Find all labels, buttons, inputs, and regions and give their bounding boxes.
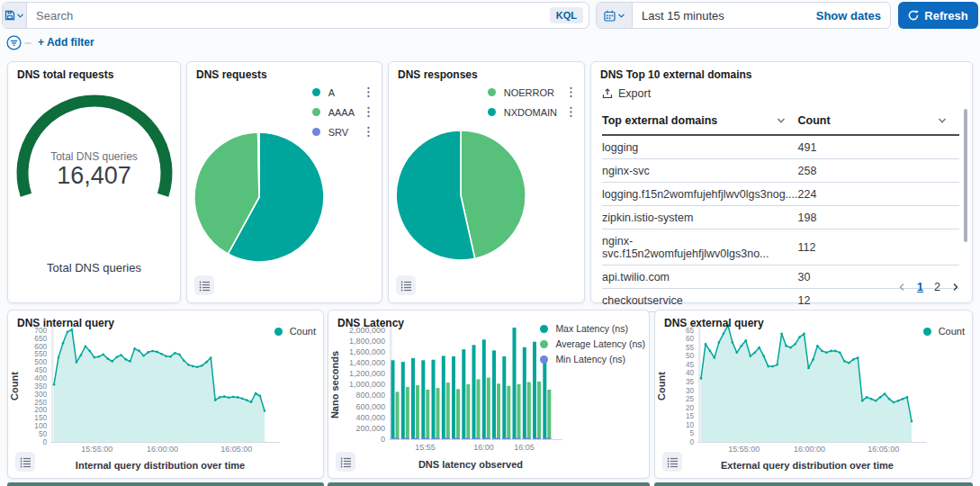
svg-text:Count: Count bbox=[656, 372, 667, 400]
legend-label[interactable]: Min Latency (ns) bbox=[555, 354, 645, 364]
svg-text:16:05:00: 16:05:00 bbox=[220, 445, 252, 454]
legend-label[interactable]: NXDOMAIN bbox=[504, 107, 557, 118]
legend-label[interactable]: Count bbox=[939, 326, 965, 337]
panel-dns-internal-query: DNS internal query 050100150200250300350… bbox=[7, 310, 324, 479]
cell-count: 198 bbox=[798, 206, 960, 230]
legend-dot bbox=[488, 108, 496, 116]
search-input[interactable] bbox=[27, 3, 550, 28]
cell-count: 491 bbox=[798, 135, 960, 159]
cell-domain: nginx-svc bbox=[602, 159, 798, 183]
next-page-icon[interactable] bbox=[951, 283, 959, 292]
legend-label[interactable]: A bbox=[328, 87, 355, 98]
prev-page-icon[interactable] bbox=[898, 283, 906, 292]
saved-query-menu-button[interactable] bbox=[3, 3, 27, 28]
list-icon bbox=[400, 280, 412, 292]
export-button[interactable]: Export bbox=[602, 87, 651, 100]
refresh-button[interactable]: Refresh bbox=[898, 2, 978, 29]
legend-menu-icon[interactable] bbox=[362, 126, 374, 138]
svg-text:600: 600 bbox=[34, 343, 47, 351]
cell-count: 258 bbox=[798, 159, 960, 183]
svg-text:15:55: 15:55 bbox=[415, 443, 436, 452]
panel-title: DNS Latency bbox=[337, 317, 404, 329]
time-picker: Last 15 minutes Show dates bbox=[596, 2, 891, 29]
table-row[interactable]: nginx-svc.f15n2womfujehfjlwv0lgs3no...11… bbox=[602, 230, 959, 266]
svg-text:60: 60 bbox=[686, 335, 695, 343]
refresh-icon bbox=[908, 10, 919, 21]
legend-toggle-button[interactable] bbox=[396, 275, 416, 295]
legend-toggle-button[interactable] bbox=[15, 452, 35, 472]
cell-domain: zipkin.istio-system bbox=[602, 206, 798, 230]
chevron-down-icon bbox=[617, 12, 625, 20]
panel-dns-requests: DNS requests AAAAASRV bbox=[186, 61, 382, 303]
legend-label[interactable]: Count bbox=[290, 326, 316, 337]
legend-dot bbox=[540, 356, 548, 364]
svg-text:1,600,000: 1,600,000 bbox=[349, 347, 385, 356]
calendar-icon bbox=[604, 10, 616, 22]
list-icon bbox=[340, 456, 352, 468]
column-header-count[interactable]: Count bbox=[798, 109, 960, 135]
legend-menu-icon[interactable] bbox=[564, 106, 577, 118]
legend-dot bbox=[488, 88, 496, 96]
cell-domain: logging.f15n2womfujehfjlwv0lgs3nog.... bbox=[602, 183, 798, 206]
gauge-value: 16,407 bbox=[8, 162, 180, 190]
panel-title: DNS responses bbox=[398, 68, 478, 81]
calendar-menu-button[interactable] bbox=[597, 3, 633, 28]
gauge-center-label: Total DNS queries bbox=[8, 150, 180, 163]
svg-text:400,000: 400,000 bbox=[355, 413, 385, 422]
legend-menu-icon[interactable] bbox=[564, 86, 577, 98]
legend-menu-icon[interactable] bbox=[362, 86, 374, 98]
legend-label[interactable]: SRV bbox=[328, 127, 355, 138]
svg-text:Internal query distribution ov: Internal query distribution over time bbox=[76, 460, 245, 471]
refresh-label: Refresh bbox=[924, 9, 967, 22]
gauge-bottom-label: Total DNS queries bbox=[8, 261, 180, 274]
filter-icon[interactable] bbox=[6, 35, 22, 50]
add-filter-button[interactable]: + Add filter bbox=[38, 36, 94, 49]
export-label: Export bbox=[618, 87, 651, 100]
internal-query-legend: Count bbox=[274, 326, 316, 337]
table-row[interactable]: logging.f15n2womfujehfjlwv0lgs3nog....22… bbox=[602, 183, 959, 206]
svg-text:450: 450 bbox=[34, 366, 47, 374]
legend-label[interactable]: Average Latency (ns) bbox=[555, 338, 645, 349]
svg-text:650: 650 bbox=[34, 335, 47, 343]
list-icon bbox=[20, 456, 31, 468]
table-row[interactable]: nginx-svc258 bbox=[602, 159, 959, 183]
svg-text:600,000: 600,000 bbox=[355, 402, 385, 411]
time-range-value[interactable]: Last 15 minutes bbox=[642, 9, 724, 22]
legend-label[interactable]: Max Latency (ns) bbox=[555, 323, 645, 334]
page-1-button[interactable]: 1 bbox=[917, 281, 923, 293]
table-row[interactable]: zipkin.istio-system198 bbox=[602, 206, 959, 230]
legend-label[interactable]: NOERROR bbox=[504, 87, 557, 98]
svg-text:1,800,000: 1,800,000 bbox=[349, 337, 385, 346]
chevron-down-icon[interactable] bbox=[777, 117, 786, 124]
cell-domain: nginx-svc.f15n2womfujehfjlwv0lgs3no... bbox=[602, 230, 798, 266]
column-header-label: Count bbox=[798, 114, 831, 127]
svg-text:5: 5 bbox=[689, 429, 694, 437]
page-2-button[interactable]: 2 bbox=[934, 281, 940, 293]
next-row-panel-edge bbox=[328, 482, 650, 486]
search-bar: KQL bbox=[2, 2, 589, 29]
chevron-down-icon bbox=[16, 12, 24, 20]
svg-text:45: 45 bbox=[686, 361, 695, 369]
svg-text:0: 0 bbox=[42, 438, 47, 446]
legend-toggle-button[interactable] bbox=[336, 452, 355, 472]
table-row[interactable]: logging491 bbox=[602, 135, 959, 159]
dns-requests-legend: AAAAASRV bbox=[312, 86, 374, 138]
legend-toggle-button[interactable] bbox=[662, 452, 682, 472]
table-scrollbar[interactable] bbox=[964, 109, 967, 242]
column-header-domains[interactable]: Top external domains bbox=[602, 109, 798, 135]
filter-bar: + Add filter bbox=[0, 34, 980, 52]
svg-text:100: 100 bbox=[34, 422, 47, 430]
legend-label[interactable]: AAAA bbox=[328, 107, 355, 118]
svg-text:16:00:00: 16:00:00 bbox=[794, 445, 825, 454]
legend-menu-icon[interactable] bbox=[362, 106, 374, 118]
panel-dns-top-external-domains: DNS Top 10 external domains Export Top e… bbox=[590, 61, 973, 303]
chevron-down-icon[interactable] bbox=[938, 117, 947, 124]
kql-badge[interactable]: KQL bbox=[550, 7, 583, 23]
svg-text:350: 350 bbox=[34, 382, 47, 391]
svg-text:30: 30 bbox=[686, 387, 695, 395]
show-dates-link[interactable]: Show dates bbox=[816, 9, 881, 22]
svg-text:25: 25 bbox=[686, 395, 695, 403]
svg-text:1,400,000: 1,400,000 bbox=[349, 358, 385, 367]
svg-text:800,000: 800,000 bbox=[355, 391, 385, 400]
legend-toggle-button[interactable] bbox=[194, 275, 214, 295]
